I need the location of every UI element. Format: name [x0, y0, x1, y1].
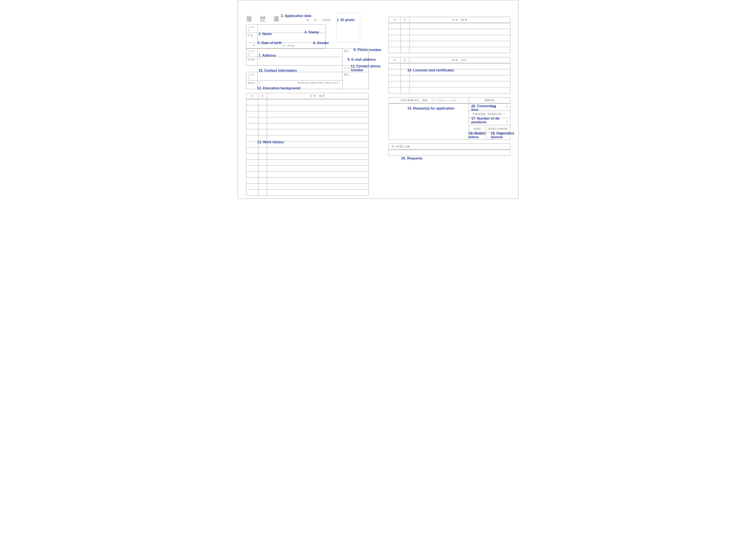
annot-commute: 16. Commuting time	[472, 104, 496, 111]
history-row[interactable]	[267, 129, 368, 135]
left-column: 履 歴 書 年 月 日現在 ふりがな 氏 名 年 生 （満 歳）	[246, 13, 369, 196]
annot-dep-spouse: 19. Dependent spouse	[491, 131, 514, 139]
history-row[interactable]	[267, 105, 368, 111]
application-date-line: 年 月 日現在	[302, 18, 331, 22]
history-table-right: 年 月 学 歴 ・職 歴	[389, 17, 510, 53]
history-row[interactable]	[267, 178, 368, 183]
annot-work: 13. Work history	[257, 140, 284, 144]
tel-label: 電話	[344, 50, 348, 52]
annot-name: 3. Name	[258, 32, 272, 36]
postal-mark: 〒	[259, 58, 261, 61]
qual-row[interactable]	[409, 75, 510, 81]
history-row[interactable]	[267, 99, 368, 105]
history-year-head-r: 年	[389, 17, 401, 23]
address-field[interactable]: 〒	[257, 57, 342, 66]
history-month-head-r: 月	[401, 17, 409, 23]
annot-marital: 18. Marital status	[469, 131, 485, 139]
annot-licenses: 14. Licenses and certificates	[408, 69, 454, 72]
annot-id-photo: 1. ID photo	[337, 18, 355, 22]
annot-stamp: 4. Stamp	[305, 30, 319, 34]
date-day-unit: 日現在	[322, 18, 331, 22]
history-year-head: 年	[246, 93, 258, 99]
qual-title-head: 資 格 ・免 許	[409, 57, 510, 63]
postal-mark-2: 〒	[259, 82, 261, 84]
date-year-unit: 年	[306, 18, 309, 22]
annot-contact-phone: 11. Contact phone number	[351, 64, 381, 72]
history-row[interactable]	[267, 159, 368, 165]
furigana-label: ふりがな	[248, 26, 255, 31]
qual-row[interactable]	[409, 81, 510, 87]
spouse-support-head: 配偶者の扶養義務	[486, 127, 510, 131]
qual-year-head: 年	[389, 57, 401, 63]
document-title: 履 歴 書	[246, 15, 283, 23]
motive-head: 志望の動機 特技 ・趣味 ・アピールポイントなど	[389, 98, 469, 103]
furigana-label-2: ふりがな	[248, 50, 255, 56]
qualifications-table: 年 月 資 格 ・免 許	[389, 57, 510, 94]
history-title-head: 学 歴 ・職 歴	[267, 93, 368, 99]
history-row[interactable]	[267, 123, 368, 129]
people-unit: 人	[506, 120, 508, 123]
annot-dependents: 17. Number of de- pendents	[472, 117, 500, 124]
annot-address: 7. Address	[258, 54, 276, 57]
id-photo-box	[337, 13, 360, 42]
history-row[interactable]	[409, 23, 510, 29]
history-month-head: 月	[258, 93, 267, 99]
commute-head: 通勤時間	[469, 98, 510, 103]
annot-requests: 20. Requests	[401, 156, 423, 160]
date-month-unit: 月	[314, 18, 317, 22]
history-row[interactable]	[409, 29, 510, 35]
dob-suffix: 生 （満 歳）	[283, 44, 296, 47]
requests-table: 本人希望記入欄	[389, 144, 510, 156]
spouse-head: 配偶者	[469, 127, 486, 131]
requests-field[interactable]	[389, 150, 510, 156]
history-row[interactable]	[409, 47, 510, 53]
annot-application-date: 2. Application date	[281, 14, 311, 18]
history-title-head-r: 学 歴 ・職 歴	[409, 17, 510, 23]
name-label: 氏 名	[248, 34, 253, 37]
qual-row[interactable]	[409, 87, 510, 94]
qual-month-head: 月	[401, 57, 409, 63]
history-table-left: 年 月 学 歴 ・職 歴	[246, 93, 369, 196]
annot-reasons: 15. Reason(s) for application	[408, 106, 455, 110]
contact-note: （現住所以外に連絡を希望する場合のみ記入）	[296, 81, 341, 84]
furigana-label-3: ふりがな	[248, 73, 255, 79]
annot-contact: 10. Contact information	[258, 69, 297, 72]
history-row[interactable]	[267, 111, 368, 117]
annot-email: 9. E-mail address	[348, 58, 376, 62]
history-row[interactable]	[409, 35, 510, 41]
dob-year-label: 年	[253, 44, 255, 46]
history-row[interactable]	[409, 41, 510, 47]
history-row[interactable]	[267, 165, 368, 172]
tel-label-2: 電話	[344, 73, 348, 76]
minute-label: 分	[506, 105, 508, 108]
contact-label: 連絡先	[248, 82, 255, 84]
history-row[interactable]	[267, 154, 368, 159]
history-row[interactable]	[267, 117, 368, 123]
address-label: 現住所	[248, 58, 255, 61]
history-row[interactable]	[267, 183, 368, 190]
history-row[interactable]	[267, 172, 368, 178]
annot-dob: 5. Date of birth	[258, 41, 282, 45]
history-row[interactable]	[267, 190, 368, 196]
annot-phone: 8. Phone number	[354, 48, 382, 52]
requests-head: 本人希望記入欄	[389, 144, 510, 150]
annot-education: 12. Education background	[257, 86, 300, 90]
resume-form-page: 履 歴 書 年 月 日現在 ふりがな 氏 名 年 生 （満 歳）	[238, 0, 519, 199]
history-row[interactable]	[267, 147, 368, 154]
annot-gender: 6. Gender	[313, 41, 329, 45]
